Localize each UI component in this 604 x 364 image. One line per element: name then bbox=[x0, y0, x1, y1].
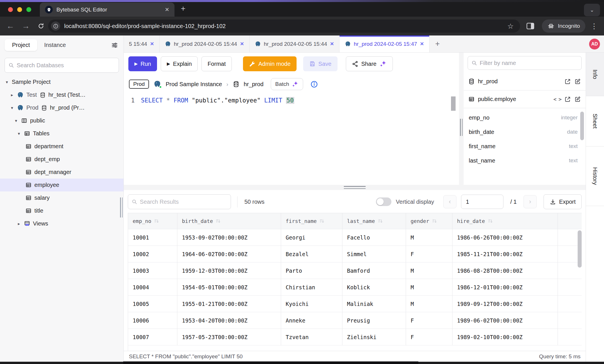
prev-page-button[interactable]: ‹ bbox=[443, 195, 456, 208]
schema-table-row[interactable]: public.employe < > bbox=[464, 90, 586, 108]
column-list-scrollbar-thumb[interactable] bbox=[580, 112, 584, 140]
forward-icon[interactable]: → bbox=[22, 21, 30, 31]
table-row[interactable]: 100031959-12-03T00:00:00ZPartoBamfordM19… bbox=[128, 262, 582, 279]
tree-item-project[interactable]: ▾ Sample Project bbox=[0, 76, 123, 88]
tab-info[interactable]: Info bbox=[586, 53, 604, 96]
code-icon[interactable]: < > bbox=[553, 96, 561, 102]
export-button[interactable]: Export bbox=[544, 194, 582, 209]
tree-item-views-group[interactable]: ▸ Views bbox=[0, 217, 123, 230]
tree-item-hr-test[interactable]: ▸ Test hr_test (Test… bbox=[0, 88, 123, 101]
caret-right-icon[interactable]: ▸ bbox=[17, 221, 21, 226]
explain-button[interactable]: ▶ Explain bbox=[161, 56, 198, 71]
tab-history[interactable]: History bbox=[586, 147, 604, 206]
filter-settings-icon[interactable] bbox=[111, 41, 118, 49]
minimize-window-button[interactable] bbox=[17, 7, 22, 12]
column-header-first-name[interactable]: first_name bbox=[281, 213, 342, 229]
batch-button[interactable]: Batch bbox=[271, 78, 303, 90]
close-icon[interactable]: ✕ bbox=[330, 41, 334, 47]
format-button[interactable]: Format bbox=[201, 56, 232, 71]
browser-menu-icon[interactable]: ⋮ bbox=[591, 22, 598, 30]
editor-scrollbar-thumb[interactable] bbox=[451, 96, 456, 111]
table-row[interactable]: 100061953-04-20T00:00:00ZAnnekePreusigF1… bbox=[128, 312, 582, 329]
tab-project[interactable]: Project bbox=[5, 39, 37, 51]
table-row[interactable]: 100051955-01-21T00:00:00ZKyoichiMaliniak… bbox=[128, 296, 582, 312]
tree-item-schema-public[interactable]: ▾ public bbox=[0, 114, 123, 127]
splitter-grip-icon[interactable] bbox=[344, 186, 366, 189]
bookmark-star-icon[interactable]: ☆ bbox=[507, 22, 513, 30]
site-info-icon[interactable] bbox=[51, 21, 60, 31]
tree-item-table-dept-manager[interactable]: dept_manager bbox=[0, 166, 123, 179]
schema-database-row[interactable]: hr_prod bbox=[464, 73, 586, 90]
table-row[interactable]: 100021964-06-02T00:00:00ZBezalelSimmelF1… bbox=[128, 246, 582, 262]
new-sheet-icon[interactable]: + bbox=[430, 35, 446, 52]
tree-item-table-department[interactable]: department bbox=[0, 140, 123, 153]
splitter-grip-icon[interactable] bbox=[460, 119, 463, 136]
table-row[interactable]: 100071957-05-23T00:00:00ZTzvetanZielinsk… bbox=[128, 329, 582, 345]
info-icon[interactable] bbox=[310, 80, 318, 88]
sidebar-resize-handle[interactable] bbox=[120, 197, 123, 217]
results-scrollbar-thumb[interactable] bbox=[578, 230, 582, 268]
sheet-tab-4-active[interactable]: hr_prod 2024-02-05 15:47 ✕ bbox=[340, 35, 430, 52]
page-input[interactable] bbox=[461, 195, 503, 209]
run-button[interactable]: ▶ Run bbox=[128, 56, 157, 71]
tree-item-tables-group[interactable]: ▾ Tables bbox=[0, 127, 123, 140]
share-button[interactable]: Share bbox=[346, 56, 393, 71]
user-avatar[interactable]: AD bbox=[589, 39, 600, 50]
sql-editor[interactable]: 1 SELECT * FROM "public"."employee" LIMI… bbox=[124, 94, 459, 185]
tree-item-hr-prod[interactable]: ▾ Prod hr_prod (Pr… bbox=[0, 101, 123, 114]
instance-name[interactable]: Prod Sample Instance bbox=[166, 81, 222, 88]
next-page-button[interactable]: › bbox=[523, 195, 537, 208]
schema-filter-input[interactable] bbox=[480, 60, 578, 66]
results-search[interactable] bbox=[128, 194, 231, 209]
results-search-input[interactable] bbox=[140, 199, 227, 205]
zoom-window-button[interactable] bbox=[26, 7, 31, 12]
caret-down-icon[interactable]: ▾ bbox=[14, 118, 18, 123]
vertical-splitter[interactable] bbox=[459, 53, 464, 185]
side-panel-icon[interactable] bbox=[526, 22, 535, 30]
close-icon[interactable]: ✕ bbox=[420, 41, 424, 47]
sheet-tab-1[interactable]: 5 15:44 ✕ bbox=[124, 35, 160, 52]
caret-down-icon[interactable]: ▾ bbox=[17, 131, 21, 136]
back-icon[interactable]: ← bbox=[6, 21, 14, 31]
caret-down-icon[interactable]: ▾ bbox=[10, 105, 14, 110]
caret-down-icon[interactable]: ▾ bbox=[5, 80, 9, 85]
vertical-display-toggle[interactable] bbox=[376, 197, 391, 206]
close-window-button[interactable] bbox=[8, 7, 13, 12]
tab-sheet[interactable]: Sheet bbox=[586, 96, 604, 147]
tab-instance[interactable]: Instance bbox=[37, 39, 73, 51]
column-header-emp-no[interactable]: emp_no bbox=[128, 213, 177, 229]
database-search[interactable] bbox=[5, 58, 119, 73]
browser-tab-close-icon[interactable]: ✕ bbox=[165, 6, 169, 13]
external-link-icon[interactable] bbox=[564, 78, 571, 85]
admin-mode-button[interactable]: Admin mode bbox=[243, 56, 297, 71]
column-header-gender[interactable]: gender bbox=[406, 213, 452, 229]
database-name[interactable]: hr_prod bbox=[244, 81, 264, 88]
sheet-tab-3[interactable]: hr_prod 2024-02-05 15:44 ✕ bbox=[250, 35, 340, 52]
column-name: last_name bbox=[469, 157, 495, 164]
edit-icon[interactable] bbox=[574, 78, 581, 85]
external-link-icon[interactable] bbox=[564, 96, 571, 103]
close-icon[interactable]: ✕ bbox=[150, 41, 154, 47]
save-button[interactable]: Save bbox=[303, 56, 338, 71]
schema-filter[interactable] bbox=[468, 56, 582, 70]
sheet-tab-2[interactable]: hr_prod 2024-02-05 15:44 ✕ bbox=[160, 35, 250, 52]
close-icon[interactable]: ✕ bbox=[240, 41, 244, 47]
horizontal-splitter[interactable] bbox=[124, 185, 586, 190]
url-bar[interactable]: localhost:8080/sql-editor/prod-sample-in… bbox=[48, 19, 520, 33]
edit-icon[interactable] bbox=[574, 96, 581, 103]
caret-right-icon[interactable]: ▸ bbox=[10, 92, 14, 98]
new-tab-icon[interactable]: + bbox=[181, 4, 185, 13]
database-search-input[interactable] bbox=[17, 62, 115, 69]
tree-item-table-employee-selected[interactable]: employee bbox=[0, 179, 123, 191]
tree-item-table-dept-emp[interactable]: dept_emp bbox=[0, 153, 123, 166]
column-header-birth-date[interactable]: birth_date bbox=[177, 213, 281, 229]
reload-icon[interactable] bbox=[37, 22, 45, 30]
table-row[interactable]: 100011953-09-02T00:00:00ZGeorgiFacelloM1… bbox=[128, 229, 582, 246]
tree-item-table-salary[interactable]: salary bbox=[0, 191, 123, 204]
tree-item-table-title[interactable]: title bbox=[0, 204, 123, 217]
browser-tab[interactable]: Bytebase SQL Editor ✕ bbox=[40, 3, 174, 17]
column-header-hire-date[interactable]: hire_date bbox=[452, 213, 558, 229]
table-row[interactable]: 100041954-05-01T00:00:00ZChirstianKoblic… bbox=[128, 279, 582, 296]
column-header-last-name[interactable]: last_name bbox=[342, 213, 406, 229]
tab-overview-button[interactable]: ⌄ bbox=[584, 4, 600, 16]
